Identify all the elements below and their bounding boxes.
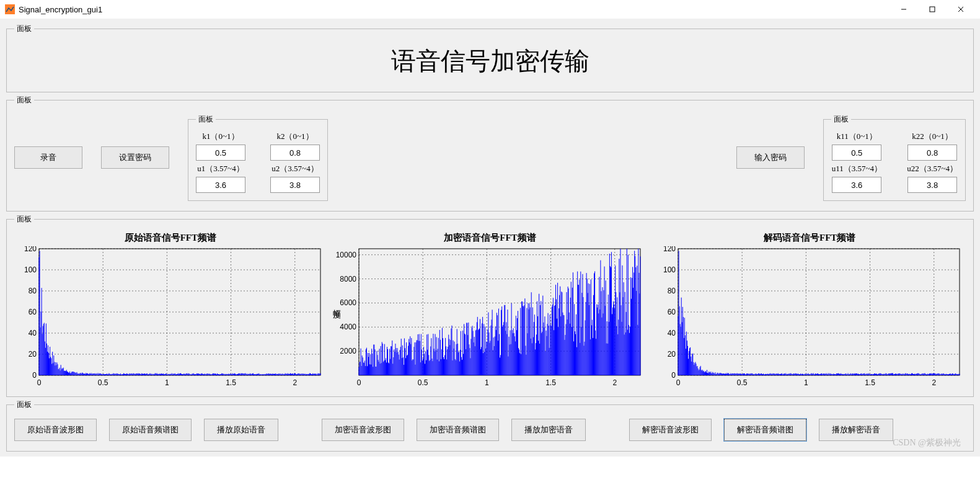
svg-text:80: 80 <box>668 287 676 295</box>
controls-panel: 面板 录音 设置密码 面板 k1（0~1） k2（0~1） u1（3.57~4）… <box>6 95 974 212</box>
set-password-button[interactable]: 设置密码 <box>101 146 169 169</box>
maximize-button[interactable] <box>918 0 947 19</box>
svg-text:20: 20 <box>668 350 676 359</box>
panel-legend: 面板 <box>831 114 851 125</box>
svg-text:80: 80 <box>29 287 37 295</box>
chart3-plot: 00.511.52020406080100120 <box>653 246 963 389</box>
k2-input[interactable] <box>270 145 320 161</box>
svg-text:1.5: 1.5 <box>545 378 556 387</box>
chart2-title: 加密语音信号FFT频谱 <box>444 232 536 244</box>
svg-text:6000: 6000 <box>340 298 356 307</box>
play-orig-button[interactable]: 播放原始语音 <box>204 419 278 441</box>
u2-input[interactable] <box>270 177 320 193</box>
play-dec-button[interactable]: 播放解密语音 <box>819 419 893 441</box>
svg-text:60: 60 <box>668 308 676 316</box>
svg-text:1.5: 1.5 <box>226 378 236 387</box>
orig-spectrum-button[interactable]: 原始语音频谱图 <box>109 419 192 441</box>
k11-input[interactable] <box>832 145 881 161</box>
svg-text:0.5: 0.5 <box>418 378 428 387</box>
k22-input[interactable] <box>907 145 957 161</box>
u11-input[interactable] <box>832 177 881 193</box>
panel-legend: 面板 <box>14 214 34 225</box>
chart1-plot: 00.511.52020406080100120 <box>14 246 324 389</box>
chart-original: 原始语音信号FFT频谱 00.511.52020406080100120 <box>14 232 327 389</box>
svg-text:0: 0 <box>672 371 676 380</box>
u1-input[interactable] <box>196 177 245 193</box>
svg-text:40: 40 <box>29 329 37 337</box>
input-password-button[interactable]: 输入密码 <box>736 146 805 169</box>
svg-text:0: 0 <box>37 378 42 387</box>
minimize-button[interactable] <box>890 0 918 19</box>
svg-text:4000: 4000 <box>340 323 356 331</box>
u1-label: u1（3.57~4） <box>197 163 244 174</box>
dec-wave-button[interactable]: 解密语音波形图 <box>629 419 712 441</box>
k22-label: k22（0~1） <box>912 131 953 142</box>
u11-label: u11（3.57~4） <box>832 163 882 174</box>
buttons-panel: 面板 原始语音波形图 原始语音频谱图 播放原始语音 加密语音波形图 加密语音频谱… <box>6 399 974 452</box>
k11-label: k11（0~1） <box>837 131 877 142</box>
window-buttons <box>890 0 975 19</box>
record-button[interactable]: 录音 <box>14 146 82 169</box>
main-title: 语音信号加密传输 <box>14 40 966 84</box>
svg-text:8000: 8000 <box>340 275 356 283</box>
chart1-title: 原始语音信号FFT频谱 <box>125 232 216 244</box>
u22-label: u22（3.57~4） <box>907 163 958 174</box>
panel-legend: 面板 <box>14 399 34 410</box>
svg-text:0.5: 0.5 <box>98 378 108 387</box>
svg-text:2: 2 <box>612 378 617 387</box>
svg-text:0: 0 <box>32 371 37 380</box>
u22-input[interactable] <box>907 177 957 193</box>
panel-legend: 面板 <box>14 24 34 34</box>
svg-text:0: 0 <box>356 378 361 387</box>
titlebar: Signal_encryption_gui1 <box>0 0 980 19</box>
orig-wave-button[interactable]: 原始语音波形图 <box>14 419 97 441</box>
close-button[interactable] <box>947 0 975 19</box>
svg-text:20: 20 <box>29 350 37 359</box>
svg-text:2000: 2000 <box>340 347 356 355</box>
chart-encrypted: 加密语音信号FFT频谱 幅度 00.511.522000400060008000… <box>334 232 647 389</box>
chart-decoded: 解码语音信号FFT频谱 00.511.52020406080100120 <box>653 232 966 389</box>
svg-text:0.5: 0.5 <box>737 378 748 387</box>
u2-label: u2（3.57~4） <box>271 163 318 174</box>
params-left-panel: 面板 k1（0~1） k2（0~1） u1（3.57~4） u2（3.57~4） <box>188 114 328 201</box>
svg-text:1: 1 <box>804 378 808 387</box>
svg-text:2: 2 <box>932 378 937 387</box>
svg-text:1: 1 <box>165 378 169 387</box>
enc-spectrum-button[interactable]: 加密语音频谱图 <box>417 419 499 441</box>
app-icon <box>5 4 15 14</box>
k1-input[interactable] <box>196 145 245 161</box>
window-title: Signal_encryption_gui1 <box>19 5 890 14</box>
chart2-plot: 00.511.52200040006000800010000 <box>334 246 644 389</box>
charts-panel: 面板 原始语音信号FFT频谱 00.511.52020406080100120 … <box>6 214 974 397</box>
title-panel: 面板 语音信号加密传输 <box>6 24 974 92</box>
k1-label: k1（0~1） <box>202 131 239 142</box>
svg-text:100: 100 <box>24 265 37 274</box>
svg-text:1.5: 1.5 <box>865 378 876 387</box>
svg-text:10000: 10000 <box>335 251 356 259</box>
svg-text:2: 2 <box>293 378 297 387</box>
dec-spectrum-button[interactable]: 解密语音频谱图 <box>724 419 806 441</box>
svg-text:100: 100 <box>663 265 676 274</box>
chart3-title: 解码语音信号FFT频谱 <box>764 232 855 244</box>
svg-text:1: 1 <box>485 378 489 387</box>
svg-text:120: 120 <box>663 246 676 253</box>
svg-rect-2 <box>930 7 935 12</box>
panel-legend: 面板 <box>14 95 34 105</box>
svg-text:120: 120 <box>24 246 37 253</box>
enc-wave-button[interactable]: 加密语音波形图 <box>322 419 404 441</box>
k2-label: k2（0~1） <box>276 131 313 142</box>
params-right-panel: 面板 k11（0~1） k22（0~1） u11（3.57~4） u22（3.5… <box>823 114 966 201</box>
play-enc-button[interactable]: 播放加密语音 <box>511 419 586 441</box>
svg-text:40: 40 <box>668 329 676 337</box>
panel-legend: 面板 <box>196 114 216 125</box>
svg-text:0: 0 <box>676 378 681 387</box>
svg-text:60: 60 <box>29 308 37 316</box>
